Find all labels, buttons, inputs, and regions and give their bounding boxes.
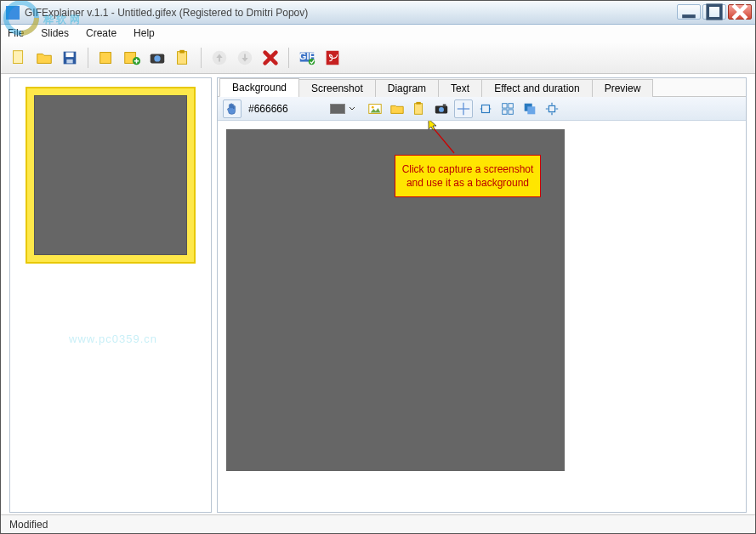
paste-icon[interactable]	[410, 99, 429, 118]
menu-help[interactable]: Help	[130, 27, 158, 39]
svg-rect-27	[415, 103, 423, 114]
svg-rect-17	[178, 51, 187, 64]
svg-rect-28	[416, 101, 420, 104]
svg-rect-40	[527, 106, 535, 114]
color-code-label: #666666	[245, 102, 328, 116]
canvas-area[interactable]: Click to capture a screenshot and use it…	[218, 121, 746, 512]
tab-preview[interactable]: Preview	[592, 79, 654, 97]
svg-point-26	[372, 105, 374, 108]
svg-rect-41	[549, 105, 554, 111]
minimize-button[interactable]	[677, 4, 701, 20]
slide-thumbnail-content	[34, 95, 187, 255]
camera-icon[interactable]	[432, 99, 451, 118]
main-toolbar: GIF	[1, 42, 755, 74]
tab-screenshot[interactable]: Screenshot	[298, 79, 376, 97]
background-toolbar: #666666	[218, 97, 746, 121]
tab-diagram[interactable]: Diagram	[375, 79, 439, 97]
svg-rect-12	[100, 52, 111, 63]
tab-row: Background Screenshot Diagram Text Effec…	[218, 78, 746, 97]
new-slide-button[interactable]	[95, 47, 117, 69]
paste-slide-button[interactable]	[172, 47, 194, 69]
app-icon	[6, 6, 20, 20]
outward-icon[interactable]	[543, 99, 561, 118]
color-swatch[interactable]	[330, 104, 345, 114]
move-up-button	[208, 47, 230, 69]
svg-rect-8	[14, 50, 23, 63]
delete-button[interactable]	[259, 47, 281, 69]
open-icon[interactable]	[388, 99, 406, 118]
layers-icon[interactable]	[520, 99, 539, 118]
slides-panel[interactable]	[9, 77, 212, 513]
status-bar: Modified	[1, 514, 755, 533]
tab-text[interactable]: Text	[438, 79, 482, 97]
open-button[interactable]	[33, 47, 55, 69]
slide-thumbnail-selected[interactable]	[26, 87, 196, 264]
grid-icon[interactable]	[498, 99, 517, 118]
tooltip-line2: and use it as a background	[401, 176, 535, 190]
close-button[interactable]	[728, 4, 752, 20]
menu-slides[interactable]: Slides	[37, 27, 72, 39]
tooltip: Click to capture a screenshot and use it…	[395, 155, 541, 197]
svg-rect-18	[179, 49, 185, 53]
maximize-button[interactable]	[702, 4, 726, 20]
svg-rect-38	[509, 109, 513, 113]
svg-rect-35	[503, 103, 507, 107]
hand-icon[interactable]	[223, 99, 242, 118]
menu-create[interactable]: Create	[82, 27, 120, 39]
svg-rect-1	[708, 5, 721, 19]
svg-point-30	[439, 106, 444, 111]
svg-rect-10	[65, 52, 73, 57]
svg-rect-36	[509, 103, 513, 107]
image-icon[interactable]	[366, 99, 384, 118]
tooltip-line1: Click to capture a screenshot	[401, 162, 535, 176]
svg-point-16	[154, 55, 160, 61]
export-gif-button[interactable]: GIF	[296, 47, 318, 69]
editor-panel: Background Screenshot Diagram Text Effec…	[217, 77, 747, 513]
camera-button[interactable]	[146, 47, 168, 69]
export-pdf-button[interactable]	[321, 47, 344, 69]
move-down-button	[234, 47, 256, 69]
menu-file[interactable]: File	[4, 27, 27, 39]
svg-rect-37	[503, 109, 507, 113]
status-text: Modified	[9, 519, 48, 531]
swatch-dropdown-icon[interactable]	[349, 104, 355, 114]
svg-rect-11	[66, 59, 72, 63]
svg-rect-31	[443, 104, 446, 105]
new-button[interactable]	[8, 47, 30, 69]
fit-width-icon[interactable]	[476, 99, 495, 118]
tab-effect[interactable]: Effect and duration	[481, 79, 593, 97]
title-bar: GIFExplainer v.1.1 - Untitled.gifex (Reg…	[1, 1, 755, 25]
window-title: GIFExplainer v.1.1 - Untitled.gifex (Reg…	[25, 7, 677, 19]
menu-bar: File Slides Create Help	[1, 25, 755, 42]
tab-background[interactable]: Background	[219, 78, 299, 97]
save-button[interactable]	[59, 47, 81, 69]
crosshair-icon[interactable]	[454, 99, 473, 118]
svg-rect-34	[482, 105, 490, 112]
add-screenshot-button[interactable]	[121, 47, 143, 69]
